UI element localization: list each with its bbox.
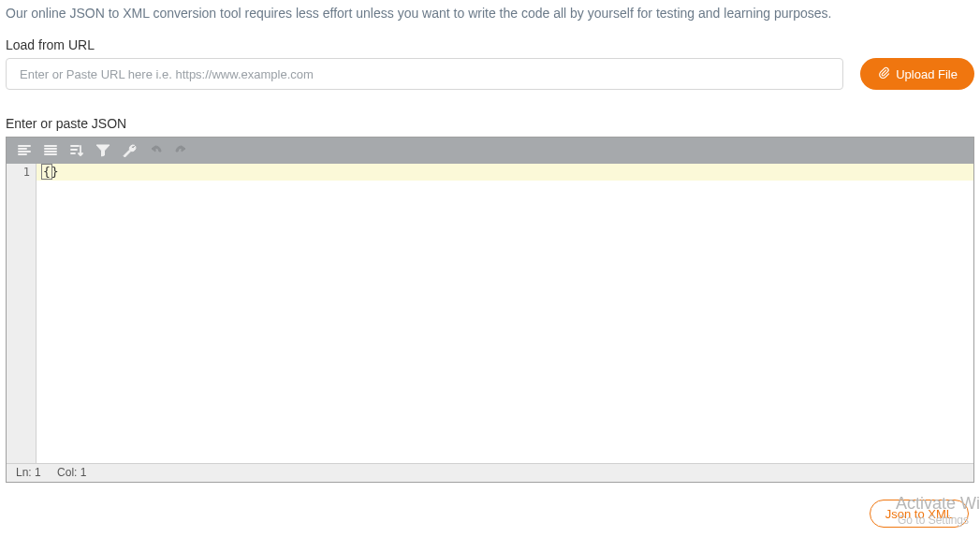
line-gutter: 1 [7,164,37,463]
editor-body[interactable]: 1 {} [7,164,973,463]
active-line-highlight [37,164,973,181]
url-input[interactable] [6,58,843,90]
filter-icon[interactable] [95,142,111,159]
format-left-icon[interactable] [16,142,33,159]
url-label: Load from URL [6,37,974,52]
editor-label: Enter or paste JSON [6,116,974,131]
status-col: Col: 1 [57,466,86,479]
convert-row: Json to XML [6,483,974,528]
redo-icon[interactable] [173,142,190,159]
upload-file-button[interactable]: Upload File [860,58,974,90]
json-editor: 1 {} Ln: 1 Col: 1 [6,137,974,483]
upload-file-label: Upload File [896,67,958,81]
editor-statusbar: Ln: 1 Col: 1 [7,463,973,482]
json-to-xml-button[interactable]: Json to XML [870,500,969,528]
code-area[interactable]: {} [37,164,973,463]
undo-icon[interactable] [147,142,164,159]
repair-icon[interactable] [121,142,138,159]
code-content: {} [42,165,59,179]
format-compact-icon[interactable] [42,142,59,159]
paperclip-icon [877,66,890,82]
url-row: Upload File [6,58,974,90]
sort-icon[interactable] [68,142,85,159]
status-ln: Ln: 1 [16,466,41,479]
intro-text: Our online JSON to XML conversion tool r… [6,0,974,37]
editor-toolbar [7,138,973,164]
line-number: 1 [7,166,30,179]
